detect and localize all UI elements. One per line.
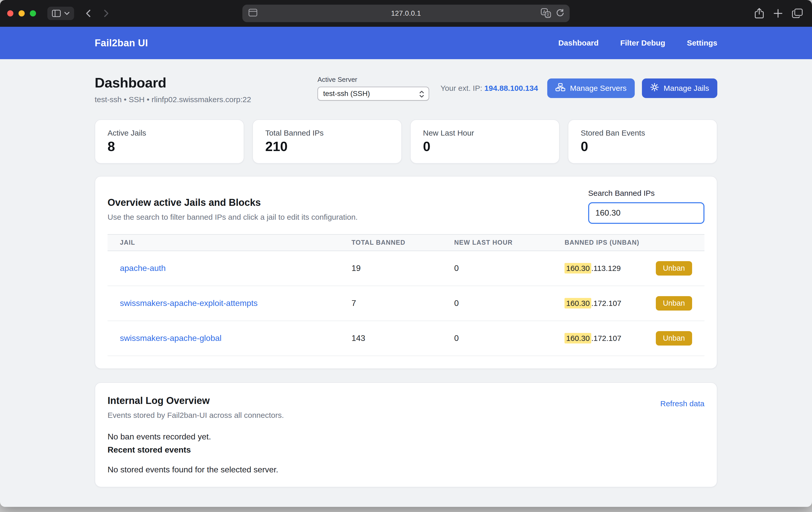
tabs-icon [792, 8, 803, 18]
total-banned-value: 7 [339, 298, 442, 308]
translate-button[interactable]: A文 [541, 8, 551, 18]
chevron-down-icon [64, 11, 69, 15]
overview-subtitle: Use the search to filter banned IPs and … [108, 213, 358, 222]
page-subtitle: test-ssh • SSH • rlinfp02.swissmakers.co… [95, 95, 251, 104]
new-last-hour-value: 0 [442, 334, 552, 343]
chevron-right-icon [101, 8, 111, 19]
ip-rest: .172.107 [591, 334, 621, 342]
ip-highlight: 160.30 [564, 333, 591, 343]
manage-jails-button[interactable]: Manage Jails [642, 79, 717, 98]
manage-servers-button[interactable]: Manage Servers [547, 79, 635, 98]
total-banned-value: 19 [339, 263, 442, 273]
new-last-hour-value: 0 [442, 298, 552, 308]
minimize-button[interactable] [19, 10, 25, 17]
new-last-hour-value: 0 [442, 263, 552, 273]
stat-value: 210 [265, 139, 389, 154]
new-tab-button[interactable] [774, 9, 783, 18]
manage-jails-label: Manage Jails [664, 84, 709, 93]
banned-ip-value: 160.30.172.107 [564, 334, 621, 343]
close-button[interactable] [7, 10, 13, 17]
share-icon [754, 8, 764, 19]
tab-overview-button[interactable] [792, 8, 803, 18]
stat-card-total-banned: Total Banned IPs 210 [252, 119, 402, 164]
recent-stored-events-title: Recent stored events [108, 445, 704, 455]
forward-button[interactable] [101, 8, 111, 19]
jail-link[interactable]: apache-auth [120, 263, 166, 273]
overview-card: Overview active Jails and Blocks Use the… [95, 176, 717, 369]
unban-button[interactable]: Unban [656, 331, 692, 345]
plus-icon [774, 9, 783, 18]
address-bar[interactable]: 127.0.0.1 A文 [242, 5, 570, 22]
ip-highlight: 160.30 [564, 298, 591, 309]
share-button[interactable] [754, 8, 764, 19]
main-content: Dashboard test-ssh • SSH • rlinfp02.swis… [0, 59, 812, 507]
jail-link[interactable]: swissmakers-apache-exploit-attempts [120, 298, 258, 308]
app-navbar: Fail2ban UI Dashboard Filter Debug Setti… [0, 27, 812, 59]
select-arrows-icon [418, 90, 425, 100]
url-text: 127.0.0.1 [242, 5, 570, 22]
gear-icon [650, 83, 659, 93]
nav-link-dashboard[interactable]: Dashboard [558, 38, 599, 47]
browser-window: 127.0.0.1 A文 [0, 0, 812, 507]
banned-ip-value: 160.30.172.107 [564, 299, 621, 308]
nav-link-settings[interactable]: Settings [687, 38, 717, 47]
sidebar-icon [52, 10, 61, 17]
overview-title: Overview active Jails and Blocks [108, 197, 358, 208]
stat-label: Active Jails [108, 129, 231, 137]
zoom-button[interactable] [30, 10, 36, 17]
external-ip-value[interactable]: 194.88.100.134 [485, 84, 538, 92]
stat-card-new-last-hour: New Last Hour 0 [410, 119, 560, 164]
desktop: 127.0.0.1 A文 [0, 0, 812, 512]
internal-log-card: Internal Log Overview Events stored by F… [95, 382, 717, 487]
unban-button[interactable]: Unban [656, 261, 692, 276]
table-header-row: Jail Total Banned New Last Hour Banned I… [108, 234, 704, 251]
page-header: Dashboard test-ssh • SSH • rlinfp02.swis… [95, 75, 717, 104]
column-header-total-banned: Total Banned [339, 239, 442, 246]
active-server-select[interactable]: test-ssh (SSH) [318, 87, 429, 101]
window-controls [7, 10, 36, 17]
external-ip-label: Your ext. IP: [440, 84, 482, 92]
column-header-new-last-hour: New Last Hour [442, 239, 552, 246]
total-banned-value: 143 [339, 334, 442, 343]
reload-icon [556, 9, 564, 18]
table-row: apache-auth 19 0 160.30.113.129 Unban [108, 251, 704, 286]
refresh-data-link[interactable]: Refresh data [660, 399, 704, 408]
ip-rest: .113.129 [591, 264, 621, 273]
stat-label: New Last Hour [423, 129, 547, 137]
back-button[interactable] [83, 8, 94, 19]
reload-button[interactable] [556, 9, 564, 18]
stat-value: 0 [423, 139, 547, 154]
ip-highlight: 160.30 [564, 263, 591, 274]
svg-text:文: 文 [546, 12, 550, 17]
unban-button[interactable]: Unban [656, 296, 692, 311]
active-server-value: test-ssh (SSH) [323, 89, 370, 98]
app-brand: Fail2ban UI [95, 37, 148, 49]
page-title: Dashboard [95, 75, 251, 91]
banned-ip-value: 160.30.113.129 [564, 264, 620, 273]
stat-label: Stored Ban Events [581, 129, 704, 137]
log-subtitle: Events stored by Fail2ban-UI across all … [108, 411, 284, 420]
chevron-left-icon [83, 8, 94, 19]
stat-card-stored-ban-events: Stored Ban Events 0 [568, 119, 717, 164]
manage-servers-label: Manage Servers [570, 84, 627, 93]
translate-icon: A文 [541, 8, 551, 18]
search-banned-ips-input[interactable] [588, 202, 704, 224]
search-banned-ips-label: Search Banned IPs [588, 189, 704, 198]
table-row: swissmakers-apache-global 143 0 160.30.1… [108, 321, 704, 356]
browser-chrome: 127.0.0.1 A文 [0, 0, 812, 27]
jails-table: Jail Total Banned New Last Hour Banned I… [108, 234, 704, 356]
ip-rest: .172.107 [591, 299, 621, 308]
nav-link-filter-debug[interactable]: Filter Debug [620, 38, 665, 47]
stat-label: Total Banned IPs [265, 129, 389, 137]
no-ban-events-text: No ban events recorded yet. [108, 432, 704, 442]
sidebar-toggle-button[interactable] [47, 7, 74, 20]
stat-cards: Active Jails 8 Total Banned IPs 210 New … [95, 119, 717, 164]
stat-value: 8 [108, 139, 231, 154]
jail-link[interactable]: swissmakers-apache-global [120, 334, 222, 343]
active-server-label: Active Server [318, 76, 429, 84]
table-row: swissmakers-apache-exploit-attempts 7 0 … [108, 286, 704, 321]
sitemap-icon [555, 83, 565, 93]
external-ip: Your ext. IP: 194.88.100.134 [440, 84, 538, 93]
column-header-banned-ips: Banned IPs (Unban) [552, 239, 704, 246]
column-header-jail: Jail [108, 239, 339, 246]
